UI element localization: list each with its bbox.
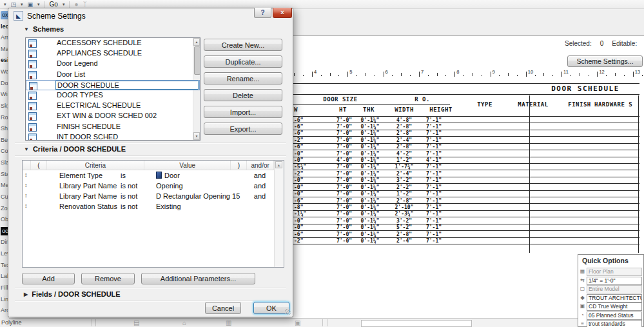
pen-set-icon: ◆ (580, 295, 585, 301)
ruler-tick (338, 75, 339, 76)
cancel-button[interactable]: Cancel (205, 302, 241, 314)
toolbox-item-ro[interactable]: Ro (1, 114, 8, 122)
export-button[interactable]: Export... (204, 123, 282, 135)
toolbox-item-do[interactable]: Do (1, 79, 8, 88)
import-button[interactable]: Import... (204, 106, 282, 118)
schemes-list[interactable]: ▲ ▼ ACCESSORY SCHEDULEAPPLIANCES SCHEDUL… (25, 37, 200, 141)
layer-combination-selector[interactable]: CD True Weight (587, 302, 642, 311)
scheme-list-item[interactable]: APPLIANCES SCHEDULE (26, 48, 200, 59)
ruler-number: 4 (314, 69, 317, 75)
duplicate-button[interactable]: Duplicate... (204, 55, 282, 68)
globe-icon[interactable]: ● (74, 1, 78, 8)
scheme-list-item[interactable]: DOOR TYPES (26, 90, 200, 101)
quick-option-row: ≡trout standards (578, 320, 643, 327)
delete-button[interactable]: Delete (204, 89, 282, 101)
ruler-tick (482, 75, 482, 76)
criteria-row[interactable]: ↕Library Part Nameis notD Rectangular Op… (23, 191, 284, 201)
toolbox-item-fill[interactable]: Fill (1, 284, 8, 292)
criteria-row[interactable]: ↕Element TypeisDoorand (23, 170, 284, 181)
scheme-name-label: FINISH SCHEDULE (57, 123, 121, 130)
criteria-row[interactable]: ↕Library Part Nameis notOpeningand (23, 181, 284, 191)
criteria-section-header[interactable]: ▼ Criteria / DOOR SCHEDULE (24, 145, 126, 153)
criteria-name[interactable]: Library Part Name (59, 192, 117, 200)
archicad-logo-icon: ◣ (14, 11, 23, 21)
criteria-value[interactable]: Existing (156, 203, 181, 210)
scheme-settings-button[interactable]: Scheme Settings... (567, 55, 643, 67)
row-sort-handle-icon[interactable]: ↕ (24, 203, 28, 209)
ruler-tick (491, 72, 491, 77)
favorites-standards-selector[interactable]: trout standards (587, 320, 642, 327)
fields-section-header[interactable]: ▶ Fields / DOOR SCHEDULE (24, 290, 121, 298)
scheme-list-item[interactable]: INT DOOR SCHED (26, 132, 200, 141)
ruler-number: 5 (349, 69, 352, 75)
status-icon[interactable]: ▤ (133, 319, 139, 326)
dropdown-caret-icon[interactable]: ▾ (21, 2, 23, 7)
criteria-andor[interactable]: and (252, 172, 268, 179)
criteria-name[interactable]: Library Part Name (59, 182, 117, 190)
model-filter-icon: ▢ (580, 286, 585, 292)
status-field[interactable] (361, 320, 472, 327)
criteria-name[interactable]: Element Type (59, 172, 102, 179)
criteria-table[interactable]: (CriteriaValue)and/or ▲ ↕Element TypeisD… (22, 160, 284, 268)
ruler-tick (606, 75, 607, 76)
rename-button[interactable]: Rename... (204, 72, 282, 84)
criteria-value[interactable]: D Rectangular Opening 15 (156, 192, 240, 200)
criteria-operator[interactable]: is (121, 172, 126, 179)
ruler-tick (535, 75, 536, 76)
criteria-row[interactable]: ↕Renovation Statusis notExisting (23, 201, 284, 212)
criteria-andor[interactable]: and (252, 192, 268, 200)
criteria-name[interactable]: Renovation Status (59, 203, 117, 210)
dropdown-caret-icon[interactable]: ▾ (37, 2, 40, 7)
scheme-list-item[interactable]: Door List (26, 70, 200, 80)
status-icon[interactable]: ▥ (226, 319, 231, 326)
ok-button[interactable]: OK (253, 302, 289, 314)
scheme-list-item[interactable]: EXT WIN & DOOR SCHED 002 (26, 111, 200, 121)
additional-parameters-button[interactable]: Additional Parameters... (141, 273, 255, 284)
renovation-filter-selector[interactable]: 05 Planned Status (587, 312, 642, 320)
scheme-list-item[interactable]: DOOR SCHEDULE (26, 80, 200, 90)
status-icon[interactable]: ▣ (295, 319, 300, 326)
ruler-tick (552, 75, 553, 76)
status-icon[interactable]: ⌂ (182, 319, 186, 326)
scale-icon: ⇆ (580, 277, 585, 283)
scale-selector[interactable]: 1/4" = 1'-0" (587, 277, 642, 285)
view-switch-icon[interactable]: ▣ (28, 1, 34, 8)
go-menu[interactable]: Go (50, 1, 58, 8)
scroll-up-icon[interactable]: ▲ (275, 161, 282, 168)
ruler-tick (499, 75, 500, 76)
criteria-value[interactable]: Opening (156, 182, 183, 190)
scheme-list-item[interactable]: Door Legend (26, 59, 200, 69)
criteria-value[interactable]: Door (164, 172, 180, 179)
row-sort-handle-icon[interactable]: ↕ (24, 182, 28, 188)
scheme-list-item[interactable]: ELECTRICAL SCHEDULE (26, 101, 200, 111)
dropdown-caret-icon[interactable]: ▾ (4, 2, 6, 7)
criteria-operator[interactable]: is not (121, 203, 137, 210)
ruler-tick (321, 75, 322, 76)
criteria-operator[interactable]: is not (121, 192, 137, 200)
resize-grip[interactable] (285, 309, 291, 315)
criteria-andor[interactable]: and (252, 182, 268, 190)
pen-set-selector[interactable]: TROUT ARCHITECTUR... (587, 294, 642, 302)
door-icon (156, 172, 162, 179)
createnew-button[interactable]: Create New... (204, 39, 282, 51)
scheme-list-item[interactable]: FINISH SCHEDULE (26, 122, 200, 132)
scheme-name-label: ACCESSORY SCHEDULE (57, 39, 142, 46)
schemes-section-header[interactable]: ▼ Schemes (24, 25, 64, 33)
toolbox-item-polyline[interactable]: Polyline (1, 319, 22, 326)
help-button[interactable]: ? (254, 8, 271, 18)
remove-button[interactable]: Remove (81, 273, 135, 284)
row-sort-handle-icon[interactable]: ↕ (24, 192, 28, 199)
scheme-list-item[interactable]: ACCESSORY SCHEDULE (26, 38, 200, 48)
scheme-settings-dialog: ◣ Scheme Settings ? × ▼ Schemes ▲ ▼ ACCE… (8, 8, 293, 317)
ruler-number: 11 (563, 69, 569, 75)
close-button[interactable]: × (273, 8, 292, 18)
publisher-icon[interactable]: ◳ (11, 1, 17, 8)
ruler-tick (589, 75, 589, 76)
schedule-scheme-icon (28, 60, 37, 68)
ruler-number: 7 (421, 69, 424, 75)
criteria-operator[interactable]: is not (121, 182, 137, 190)
dropdown-caret-icon[interactable]: ▾ (63, 2, 65, 7)
walk-person-icon[interactable]: ᛉ (83, 1, 86, 8)
add-button[interactable]: Add (22, 273, 75, 284)
row-sort-handle-icon[interactable]: ↕ (24, 172, 28, 178)
